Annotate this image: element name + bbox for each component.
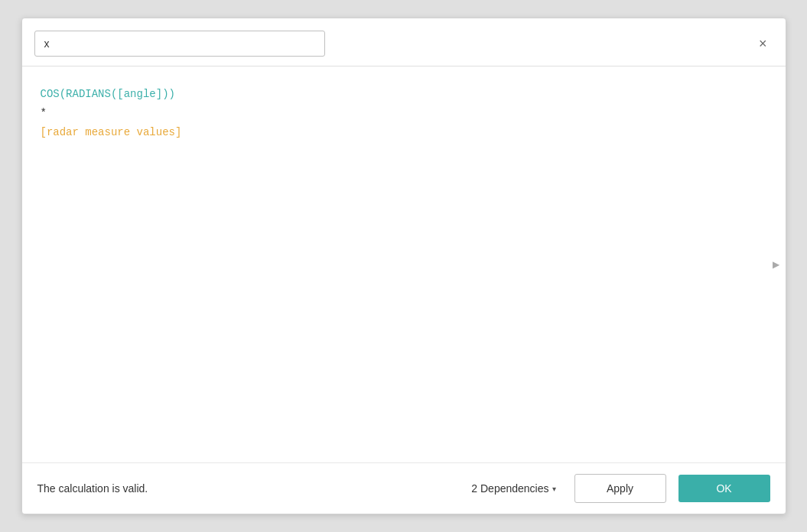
validation-status: The calculation is valid. — [37, 482, 454, 495]
dialog-header: × — [22, 18, 786, 66]
formula-line-2: * — [41, 104, 767, 123]
formula-line-3: [radar measure values] — [41, 123, 767, 142]
formula-dialog: × COS(RADIANS([angle])) * [radar measure… — [21, 18, 786, 514]
close-icon: × — [759, 37, 767, 50]
chevron-right-icon: ▶ — [773, 259, 779, 270]
dialog-footer: The calculation is valid. 2 Dependencies… — [22, 462, 786, 514]
formula-content: COS(RADIANS([angle])) * [radar measure v… — [41, 85, 767, 143]
ok-label: OK — [716, 482, 731, 495]
dependencies-button[interactable]: 2 Dependencies ▾ — [465, 479, 561, 498]
close-button[interactable]: × — [753, 34, 773, 54]
expand-panel-button[interactable]: ▶ — [773, 259, 779, 270]
search-input[interactable] — [34, 31, 325, 57]
formula-line-1: COS(RADIANS([angle])) — [41, 85, 767, 104]
apply-button[interactable]: Apply — [574, 474, 666, 503]
dependencies-label: 2 Dependencies — [471, 482, 548, 495]
ok-button[interactable]: OK — [678, 475, 770, 502]
chevron-down-icon: ▾ — [552, 485, 556, 493]
formula-editor-area: COS(RADIANS([angle])) * [radar measure v… — [22, 66, 786, 462]
apply-label: Apply — [607, 482, 633, 495]
